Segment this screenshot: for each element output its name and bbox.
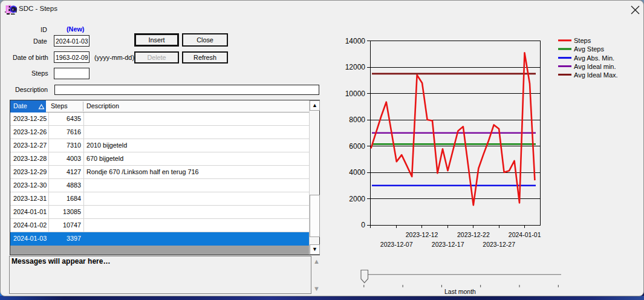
svg-text:10000: 10000 <box>345 90 366 98</box>
svg-text:Avg Ideal min.: Avg Ideal min. <box>574 63 616 70</box>
svg-text:2023-12-17: 2023-12-17 <box>432 241 464 248</box>
svg-text:Last month: Last month <box>444 288 476 295</box>
svg-text:Avg Steps: Avg Steps <box>574 45 604 53</box>
svg-text:2023-12-27: 2023-12-27 <box>483 241 515 248</box>
svg-text:Avg Ideal Max.: Avg Ideal Max. <box>574 71 618 79</box>
svg-text:12000: 12000 <box>345 63 366 71</box>
svg-text:0: 0 <box>361 221 365 229</box>
svg-text:2023-12-12: 2023-12-12 <box>406 231 438 238</box>
svg-text:6000: 6000 <box>349 142 365 151</box>
svg-text:14000: 14000 <box>345 37 366 45</box>
svg-text:Steps: Steps <box>574 37 591 44</box>
svg-text:2000: 2000 <box>349 195 365 203</box>
svg-text:Avg Abs. Min.: Avg Abs. Min. <box>574 54 614 62</box>
svg-text:4000: 4000 <box>349 168 365 177</box>
svg-text:2023-12-22: 2023-12-22 <box>457 231 490 238</box>
svg-text:2023-12-07: 2023-12-07 <box>380 241 413 248</box>
svg-text:8000: 8000 <box>349 116 365 124</box>
svg-text:2024-01-01: 2024-01-01 <box>509 231 541 238</box>
